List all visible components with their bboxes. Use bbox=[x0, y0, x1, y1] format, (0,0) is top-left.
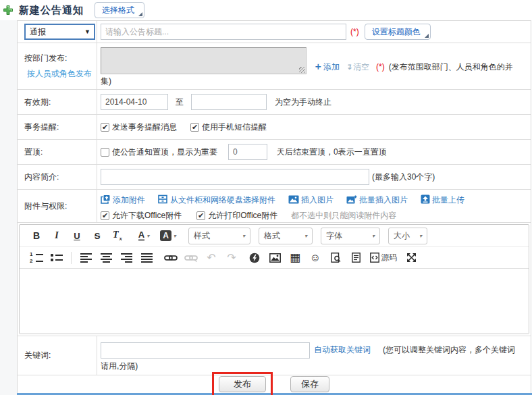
chevron-down-icon: ▾ bbox=[174, 233, 176, 239]
editor-toolbar-2: 12 ↶ ↷ bbox=[20, 247, 529, 269]
templates-icon[interactable] bbox=[346, 250, 366, 266]
batch-insert-image-icon bbox=[346, 195, 357, 206]
checkbox-checked-icon[interactable]: ✔ bbox=[190, 123, 199, 132]
checkbox-checked-icon[interactable]: ✔ bbox=[101, 123, 109, 132]
select-format-label: 选择格式 bbox=[102, 5, 134, 16]
insert-flash-button[interactable] bbox=[244, 250, 265, 266]
add-scope-link[interactable]: ＋添加 bbox=[313, 62, 340, 72]
select-format-button[interactable]: 选择格式 bbox=[95, 2, 144, 18]
checkbox-unchecked-icon[interactable] bbox=[101, 148, 109, 157]
corner-triangle-icon bbox=[425, 34, 429, 38]
pin-days-input[interactable] bbox=[228, 144, 267, 160]
type-select[interactable]: 通报 ▼ bbox=[24, 24, 95, 40]
text-color-button[interactable]: A ▾ bbox=[132, 228, 156, 244]
page-title: 新建公告通知 bbox=[19, 4, 84, 17]
corner-triangle-icon bbox=[138, 12, 142, 16]
source-code-button[interactable]: 源码 bbox=[366, 250, 401, 266]
chevron-down-icon: ▾ bbox=[147, 233, 149, 239]
send-reminder-checkbox[interactable]: ✔ 发送事务提醒消息 bbox=[101, 122, 177, 133]
left-gutter bbox=[0, 20, 17, 395]
align-center-button[interactable] bbox=[96, 250, 116, 266]
insert-table-button[interactable]: ▦ bbox=[285, 250, 305, 266]
title-color-button[interactable]: 设置标题颜色 bbox=[365, 24, 431, 40]
size-select[interactable]: 大小 ▾ bbox=[388, 228, 427, 244]
checkbox-checked-icon[interactable]: ✔ bbox=[101, 211, 109, 220]
publish-button[interactable]: 发布 bbox=[219, 376, 266, 392]
footer-actions: 发布 保存 bbox=[18, 375, 531, 393]
title-input[interactable] bbox=[101, 24, 346, 40]
required-mark: (*) bbox=[376, 62, 385, 72]
strikethrough-button[interactable]: S bbox=[87, 228, 107, 244]
remove-link-button[interactable] bbox=[181, 250, 201, 266]
chevron-down-icon: ▾ bbox=[242, 233, 245, 239]
bold-button[interactable]: B bbox=[26, 228, 47, 244]
publish-by-people-link[interactable]: 按人员或角色发布 bbox=[27, 68, 94, 80]
style-select[interactable]: 样式 ▾ bbox=[188, 228, 250, 244]
summary-input[interactable] bbox=[101, 169, 369, 185]
publish-scope-row: 按部门发布: 按人员或角色发布 ＋添加↴清空(*)(发布范围取部门、人员和角色的… bbox=[18, 43, 531, 90]
allow-print-checkbox[interactable]: ✔ 允许打印Office附件 bbox=[196, 210, 291, 221]
auto-keywords-link[interactable]: 自动获取关键词 bbox=[314, 345, 371, 354]
validity-start-input[interactable] bbox=[101, 94, 168, 110]
format-select[interactable]: 格式 ▾ bbox=[259, 228, 313, 244]
bullet-list-button[interactable] bbox=[47, 250, 67, 266]
chevron-down-icon: ▾ bbox=[304, 233, 307, 239]
align-right-button[interactable] bbox=[116, 250, 136, 266]
reminder-label: 事务提醒: bbox=[24, 122, 97, 133]
font-select[interactable]: 字体 ▾ bbox=[321, 228, 380, 244]
pin-checkbox[interactable]: 使公告通知置顶，显示为重要 bbox=[101, 147, 217, 158]
align-left-button[interactable] bbox=[76, 250, 96, 266]
title-color-label: 设置标题颜色 bbox=[372, 26, 421, 38]
insert-emoji-button[interactable]: ☺ bbox=[305, 250, 325, 266]
attachments-note: 都不选中则只能阅读附件内容 bbox=[291, 210, 396, 221]
chevron-down-icon: ▾ bbox=[372, 233, 375, 239]
form-panel: 通报 ▼ (*) 设置标题颜色 按部门发布: 按人员或角色发布 ＋添加↴清空(*… bbox=[17, 20, 531, 393]
ordered-list-button[interactable]: 12 bbox=[26, 250, 47, 266]
summary-label: 内容简介: bbox=[24, 172, 97, 183]
select-arrow-icon: ▼ bbox=[84, 28, 90, 35]
resize-grip-icon[interactable] bbox=[299, 67, 305, 73]
required-mark: (*) bbox=[350, 27, 359, 36]
keywords-input[interactable] bbox=[101, 342, 310, 359]
allow-download-checkbox[interactable]: ✔ 允许下载Office附件 bbox=[101, 210, 195, 221]
insert-image-button[interactable] bbox=[265, 250, 285, 266]
add-plus-icon bbox=[3, 5, 14, 16]
add-file-icon bbox=[101, 194, 111, 206]
preview-button[interactable] bbox=[325, 250, 346, 266]
background-color-button[interactable]: A ▾ bbox=[156, 228, 180, 244]
batch-upload-icon bbox=[421, 194, 430, 206]
type-select-value: 通报 bbox=[30, 26, 46, 38]
save-button[interactable]: 保存 bbox=[290, 376, 329, 392]
to-label: 至 bbox=[176, 97, 184, 108]
add-attachment-link[interactable]: 添加附件 bbox=[101, 194, 145, 206]
undo-button[interactable]: ↶ bbox=[201, 250, 221, 266]
italic-button[interactable]: I bbox=[47, 228, 67, 244]
sms-reminder-checkbox[interactable]: ✔ 使用手机短信提醒 bbox=[190, 122, 267, 133]
source-code-label: 源码 bbox=[381, 252, 398, 263]
align-justify-button[interactable] bbox=[136, 250, 157, 266]
insert-image-icon bbox=[288, 195, 299, 206]
clear-arrow-icon: ↴ bbox=[345, 62, 352, 72]
rich-text-editor: B I U S Tx A ▾ A ▾ 样式 ▾ bbox=[19, 224, 529, 334]
checkbox-checked-icon[interactable]: ✔ bbox=[196, 211, 205, 220]
validity-end-input[interactable] bbox=[191, 94, 267, 110]
remove-format-button[interactable]: Tx bbox=[107, 228, 128, 244]
page-header: 新建公告通知 选择格式 bbox=[0, 0, 532, 20]
underline-button[interactable]: U bbox=[67, 228, 87, 244]
select-from-cabinet-link[interactable]: 从文件柜和网络硬盘选择附件 bbox=[158, 194, 275, 206]
title-row: 通报 ▼ (*) 设置标题颜色 bbox=[18, 21, 531, 43]
redo-button[interactable]: ↷ bbox=[221, 250, 242, 266]
editor-content-area[interactable] bbox=[20, 269, 529, 334]
chevron-down-icon: ▾ bbox=[419, 233, 422, 239]
batch-upload-link[interactable]: 批量上传 bbox=[421, 194, 464, 206]
publish-scope-textarea[interactable] bbox=[101, 47, 307, 74]
toolbar-separator bbox=[71, 252, 72, 264]
batch-insert-image-link[interactable]: 批量插入图片 bbox=[346, 194, 408, 206]
summary-note: (最多输入30个字) bbox=[372, 172, 435, 183]
maximize-button[interactable] bbox=[401, 250, 421, 266]
insert-image-link[interactable]: 插入图片 bbox=[288, 194, 334, 206]
editor-toolbar-1: B I U S Tx A ▾ A ▾ 样式 ▾ bbox=[20, 225, 529, 247]
clear-scope-link[interactable]: ↴清空 bbox=[345, 62, 369, 72]
pin-note: 天后结束置顶，0表示一直置顶 bbox=[277, 147, 387, 158]
insert-link-button[interactable] bbox=[161, 250, 181, 266]
